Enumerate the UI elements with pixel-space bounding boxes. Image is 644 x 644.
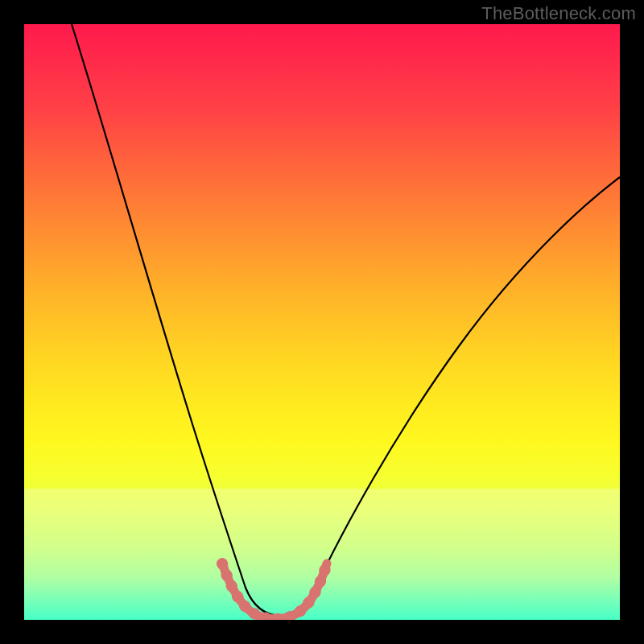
watermark-text: TheBottleneck.com (481, 3, 636, 24)
valley-floor-highlight-fill (222, 564, 327, 619)
chart-frame: TheBottleneck.com (0, 0, 644, 644)
bottleneck-curve-svg (24, 24, 620, 620)
bottleneck-curve (72, 24, 620, 616)
plot-area (24, 24, 620, 620)
